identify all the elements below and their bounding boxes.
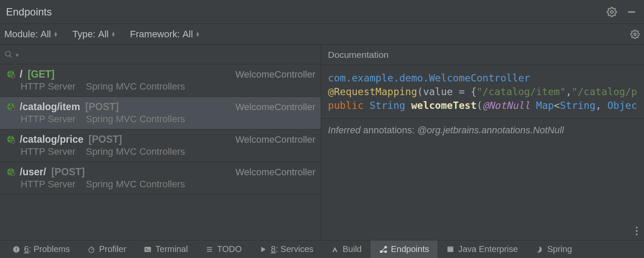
globe-endpoint-icon xyxy=(6,135,16,145)
tool-services[interactable]: 8: Services xyxy=(250,240,322,258)
endpoint-server: HTTP Server xyxy=(21,179,76,190)
build-icon xyxy=(331,245,339,254)
filter-framework-value: All xyxy=(182,29,193,40)
gear-icon xyxy=(607,7,617,17)
filter-type-label: Type: xyxy=(73,29,96,40)
endpoint-path: /catalog/item xyxy=(20,101,80,113)
search-row: ▼ xyxy=(0,45,321,64)
svg-point-17 xyxy=(636,227,638,228)
tool-label: 6: Problems xyxy=(24,244,70,254)
tool-terminal[interactable]: Terminal xyxy=(135,240,197,258)
svg-point-0 xyxy=(611,11,613,13)
endpoint-framework: Spring MVC Controllers xyxy=(86,81,185,92)
filter-settings-button[interactable] xyxy=(630,30,640,39)
tool-todo[interactable]: TODO xyxy=(197,240,250,258)
endpoint-list[interactable]: /[GET]WelcomeControllerHTTP ServerSpring… xyxy=(0,64,321,240)
search-input[interactable] xyxy=(21,49,316,59)
inferred-annotations: Inferred annotations: @org.jetbrains.ann… xyxy=(321,119,644,142)
endpoint-method: [POST] xyxy=(88,134,122,145)
globe-endpoint-icon xyxy=(6,102,16,112)
endpoint-path: /catalog/price xyxy=(20,134,83,145)
documentation-body: Inferred annotations: @org.jetbrains.ann… xyxy=(321,119,644,240)
tool-endpoints[interactable]: Endpoints xyxy=(371,240,438,258)
svg-point-7 xyxy=(12,75,15,78)
endpoint-path: / xyxy=(20,69,22,80)
annotation: @RequestMapping xyxy=(328,86,417,97)
endpoint-server: HTTP Server xyxy=(21,146,76,157)
search-icon xyxy=(4,50,13,59)
sort-arrows-icon: ▲▼ xyxy=(54,32,58,37)
tool-spring[interactable]: Spring xyxy=(526,240,580,258)
svg-point-13 xyxy=(12,140,15,143)
tool-label: Profiler xyxy=(99,244,126,254)
settings-button[interactable] xyxy=(605,6,618,18)
documentation-tab[interactable]: Documentation xyxy=(321,45,644,65)
globe-endpoint-icon xyxy=(6,69,16,80)
todo-icon xyxy=(205,245,214,254)
tool-label: Terminal xyxy=(155,244,188,254)
gear-icon xyxy=(630,30,640,39)
filter-bar: Module: All ▲▼ Type: All ▲▼ Framework: A… xyxy=(0,24,644,45)
endpoint-list-pane: ▼ /[GET]WelcomeControllerHTTP ServerSpri… xyxy=(0,45,321,240)
svg-rect-22 xyxy=(16,251,17,252)
endpoint-controller: WelcomeController xyxy=(235,134,316,145)
more-button[interactable] xyxy=(635,226,638,236)
svg-rect-21 xyxy=(16,247,17,250)
svg-point-19 xyxy=(636,234,638,235)
endpoint-row[interactable]: /catalog/price[POST]WelcomeControllerHTT… xyxy=(0,129,321,162)
svg-point-3 xyxy=(6,51,11,56)
filter-framework[interactable]: Framework: All ▲▼ xyxy=(130,29,200,40)
endpoint-row[interactable]: /catalog/item[POST]WelcomeControllerHTTP… xyxy=(0,97,321,129)
filter-module-value: All xyxy=(40,29,51,40)
endpoint-path: /user/ xyxy=(20,166,46,178)
class-link[interactable]: com.example.demo.WelcomeController xyxy=(328,72,530,84)
endpoint-controller: WelcomeController xyxy=(235,167,316,178)
svg-line-4 xyxy=(10,55,12,57)
endpoint-row[interactable]: /[GET]WelcomeControllerHTTP ServerSpring… xyxy=(0,64,321,97)
terminal-icon xyxy=(143,245,152,254)
endpoints-icon xyxy=(379,245,388,254)
endpoint-method: [GET] xyxy=(27,69,55,80)
endpoint-framework: Spring MVC Controllers xyxy=(86,179,185,190)
toolwindow-header: Endpoints xyxy=(0,0,644,24)
tool-problems[interactable]: 6: Problems xyxy=(3,240,79,258)
tool-window-bar: 6: ProblemsProfilerTerminalTODO8: Servic… xyxy=(0,240,644,258)
tool-javaenterprise[interactable]: Java Enterprise xyxy=(437,240,526,258)
svg-point-18 xyxy=(636,230,638,232)
tool-label: Endpoints xyxy=(391,244,429,254)
svg-rect-32 xyxy=(448,247,454,252)
svg-point-10 xyxy=(12,108,15,110)
documentation-tab-label: Documentation xyxy=(328,50,389,60)
endpoint-server: HTTP Server xyxy=(21,81,76,92)
filter-framework-label: Framework: xyxy=(130,29,180,40)
endpoint-framework: Spring MVC Controllers xyxy=(86,146,185,157)
minimize-button[interactable] xyxy=(625,6,638,18)
tool-label: 8: Services xyxy=(271,244,313,254)
tool-label: TODO xyxy=(217,244,242,254)
endpoint-row[interactable]: /user/[POST]WelcomeControllerHTTP Server… xyxy=(0,162,321,195)
endpoint-controller: WelcomeController xyxy=(235,102,316,113)
spring-icon xyxy=(535,245,544,254)
filter-type-value: All xyxy=(98,29,108,40)
svg-marker-28 xyxy=(261,247,266,252)
endpoint-server: HTTP Server xyxy=(21,114,76,125)
services-icon xyxy=(259,245,267,254)
svg-rect-33 xyxy=(448,246,454,247)
tool-label: Build xyxy=(343,244,361,254)
problems-icon xyxy=(12,245,21,254)
sort-arrows-icon: ▲▼ xyxy=(111,32,115,37)
tool-build[interactable]: Build xyxy=(322,240,370,258)
toolwindow-title: Endpoints xyxy=(6,6,598,18)
filter-type[interactable]: Type: All ▲▼ xyxy=(73,29,115,40)
minimize-icon xyxy=(626,7,637,17)
endpoint-method: [POST] xyxy=(85,101,119,113)
svg-rect-24 xyxy=(145,247,151,252)
tool-profiler[interactable]: Profiler xyxy=(79,240,135,258)
profiler-icon xyxy=(87,245,96,254)
svg-point-16 xyxy=(12,173,15,175)
documentation-pane: Documentation com.example.demo.WelcomeCo… xyxy=(321,45,644,240)
filter-module[interactable]: Module: All ▲▼ xyxy=(4,29,58,40)
filter-module-label: Module: xyxy=(4,29,38,40)
endpoint-framework: Spring MVC Controllers xyxy=(86,114,185,125)
chevron-down-icon[interactable]: ▼ xyxy=(15,52,20,58)
